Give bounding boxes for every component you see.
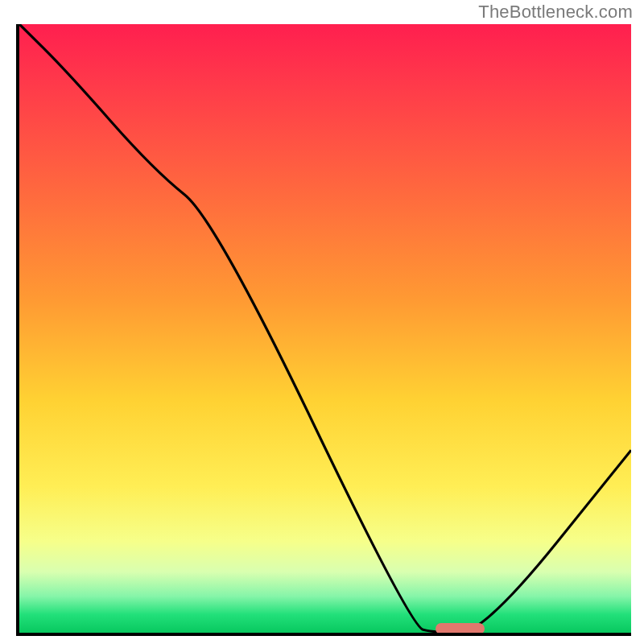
attribution-label: TheBottleneck.com xyxy=(478,2,633,23)
bottleneck-curve xyxy=(19,24,631,633)
chart-container: TheBottleneck.com xyxy=(0,0,644,644)
optimal-marker xyxy=(436,623,485,634)
plot-area xyxy=(16,24,631,636)
